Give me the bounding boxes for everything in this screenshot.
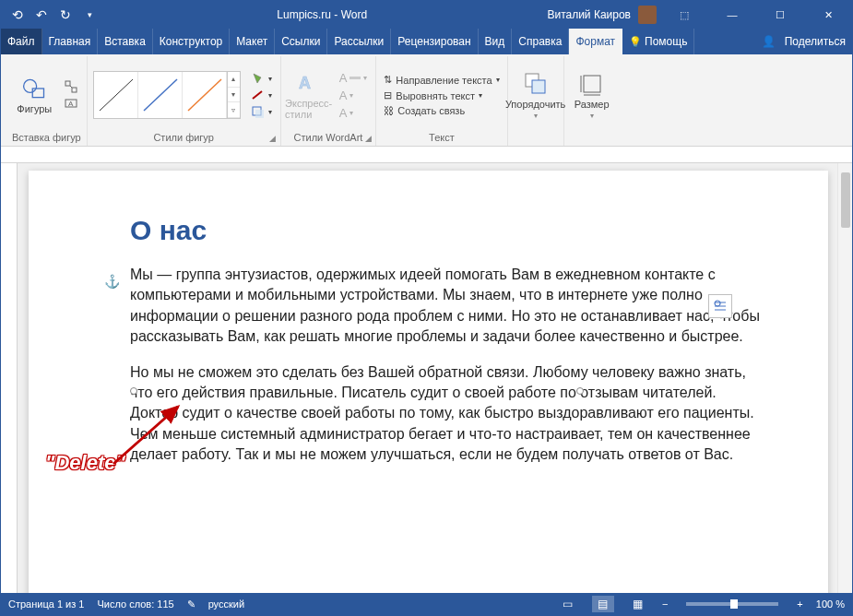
read-mode-icon[interactable]: ▭ <box>557 596 579 612</box>
tab-review[interactable]: Рецензирован <box>391 29 478 54</box>
create-link-button[interactable]: ⛓Создать связь <box>382 104 501 117</box>
maximize-button[interactable]: ☐ <box>760 1 800 29</box>
undo-icon[interactable]: ↶ <box>34 7 49 22</box>
zoom-out-button[interactable]: − <box>662 598 668 610</box>
proofing-icon[interactable]: ✎ <box>187 598 195 610</box>
close-button[interactable]: ✕ <box>808 1 848 29</box>
print-layout-icon[interactable]: ▤ <box>592 596 614 612</box>
svg-text:A: A <box>299 74 311 92</box>
tell-me[interactable]: 💡Помощь <box>622 29 694 54</box>
svg-rect-15 <box>584 76 600 92</box>
arrange-button[interactable]: Упорядочить ▾ <box>514 71 558 120</box>
svg-line-7 <box>100 79 133 111</box>
paragraph-2[interactable]: Но мы не сможем это сделать без Вашей об… <box>130 362 764 466</box>
shape-styles-launcher-icon[interactable]: ◢ <box>267 133 278 144</box>
align-text-button[interactable]: ⊟Выровнять текст▾ <box>382 89 501 102</box>
ribbon: Фигуры A Вставка фигур ▴▾▿ ▾ ▾ <box>1 54 852 147</box>
tab-layout[interactable]: Макет <box>230 29 275 54</box>
web-layout-icon[interactable]: ▦ <box>627 596 649 612</box>
window-title: Lumpics.ru - Word <box>97 8 547 21</box>
gallery-more-icon[interactable]: ▿ <box>228 102 240 118</box>
document-page[interactable]: ⚓ О нас Мы — группа энтузиастов, одержим… <box>29 171 828 593</box>
shape-outline-button[interactable]: ▾ <box>248 88 275 102</box>
zoom-in-button[interactable]: + <box>797 598 802 610</box>
group-size: Размер ▾ <box>564 56 620 146</box>
svg-rect-2 <box>65 81 70 86</box>
group-wordart-styles: A Экспресс-стили A▾ A▾ A▾ Стили WordArt … <box>281 56 377 146</box>
gallery-up-icon[interactable]: ▴ <box>228 72 240 88</box>
paragraph-1[interactable]: Мы — группа энтузиастов, одержимых идеей… <box>130 265 764 348</box>
word-count[interactable]: Число слов: 115 <box>97 598 173 610</box>
shape-fill-button[interactable]: ▾ <box>248 71 275 86</box>
svg-line-4 <box>70 86 72 88</box>
text-direction-icon: ⇅ <box>384 74 392 86</box>
horizontal-ruler[interactable] <box>1 147 852 163</box>
text-outline-icon[interactable]: A▾ <box>337 88 371 103</box>
text-effects-icon[interactable]: A▾ <box>337 105 371 121</box>
svg-rect-11 <box>255 110 264 118</box>
anchor-icon[interactable]: ⚓ <box>104 274 120 289</box>
page-indicator[interactable]: Страница 1 из 1 <box>8 598 84 610</box>
heading[interactable]: О нас <box>130 215 764 246</box>
svg-rect-3 <box>72 88 77 92</box>
text-box-icon[interactable]: A <box>62 96 80 111</box>
user-name[interactable]: Виталий Каиров <box>547 8 631 21</box>
user-avatar[interactable] <box>638 6 657 24</box>
tab-design[interactable]: Конструктор <box>153 29 230 54</box>
zoom-slider[interactable] <box>686 602 778 606</box>
tab-file[interactable]: Файл <box>1 29 42 54</box>
vertical-scrollbar[interactable] <box>837 163 852 593</box>
tab-home[interactable]: Главная <box>42 29 99 54</box>
status-bar: Страница 1 из 1 Число слов: 115 ✎ русски… <box>1 593 852 615</box>
shapes-button[interactable]: Фигуры <box>12 76 56 114</box>
zoom-level[interactable]: 100 % <box>816 598 845 610</box>
zoom-slider-thumb[interactable] <box>730 599 738 609</box>
svg-rect-14 <box>532 80 545 93</box>
align-text-icon: ⊟ <box>384 89 392 101</box>
autosave-icon[interactable]: ⟲ <box>10 7 25 22</box>
text-fill-icon[interactable]: A▾ <box>337 70 371 86</box>
edit-shape-icon[interactable] <box>62 79 80 94</box>
app-window: ⟲ ↶ ↻ ▾ Lumpics.ru - Word Виталий Каиров… <box>0 0 853 616</box>
group-text: ⇅Направление текста▾ ⊟Выровнять текст▾ ⛓… <box>376 56 507 146</box>
shape-style-gallery[interactable]: ▴▾▿ <box>93 71 241 119</box>
tab-references[interactable]: Ссылки <box>275 29 327 54</box>
share-button[interactable]: 👤 Поделиться <box>755 29 852 54</box>
quick-access-toolbar: ⟲ ↶ ↻ ▾ <box>1 7 97 22</box>
svg-rect-1 <box>33 89 44 98</box>
selection-handle-end[interactable] <box>576 387 584 395</box>
svg-line-9 <box>188 79 221 111</box>
redo-icon[interactable]: ↻ <box>58 7 73 22</box>
tab-help[interactable]: Справка <box>512 29 569 54</box>
size-button[interactable]: Размер ▾ <box>570 71 614 120</box>
text-direction-button[interactable]: ⇅Направление текста▾ <box>382 73 501 87</box>
layout-options-button[interactable] <box>708 294 732 318</box>
group-shape-styles: ▴▾▿ ▾ ▾ ▾ Стили фигур ◢ <box>88 56 281 146</box>
scrollbar-thumb[interactable] <box>841 172 850 228</box>
ribbon-tabs: Файл Главная Вставка Конструктор Макет С… <box>1 29 852 54</box>
wordart-launcher-icon[interactable]: ◢ <box>362 133 373 144</box>
gallery-down-icon[interactable]: ▾ <box>228 88 240 103</box>
minimize-button[interactable]: — <box>712 1 752 29</box>
vertical-ruler[interactable] <box>1 163 18 593</box>
group-arrange: Упорядочить ▾ <box>508 56 564 146</box>
annotation-arrow-icon <box>106 399 189 473</box>
share-icon: 👤 <box>762 35 776 48</box>
tab-view[interactable]: Вид <box>479 29 513 54</box>
qat-customize-icon[interactable]: ▾ <box>82 7 97 22</box>
wordart-styles-button[interactable]: A Экспресс-стили <box>287 70 331 120</box>
title-bar: ⟲ ↶ ↻ ▾ Lumpics.ru - Word Виталий Каиров… <box>1 1 852 29</box>
selection-handle-start[interactable] <box>130 387 137 395</box>
tab-insert[interactable]: Вставка <box>98 29 153 54</box>
tab-mailings[interactable]: Рассылки <box>327 29 391 54</box>
shape-effects-button[interactable]: ▾ <box>248 104 275 119</box>
link-icon: ⛓ <box>384 105 394 116</box>
language-indicator[interactable]: русский <box>208 598 244 610</box>
ribbon-options-icon[interactable]: ⬚ <box>664 1 705 29</box>
svg-text:A: A <box>68 100 74 108</box>
svg-line-8 <box>144 79 177 111</box>
group-insert-shapes: Фигуры A Вставка фигур <box>6 56 88 146</box>
tab-format[interactable]: Формат <box>569 29 622 54</box>
svg-point-0 <box>24 79 37 92</box>
svg-line-18 <box>113 407 178 464</box>
